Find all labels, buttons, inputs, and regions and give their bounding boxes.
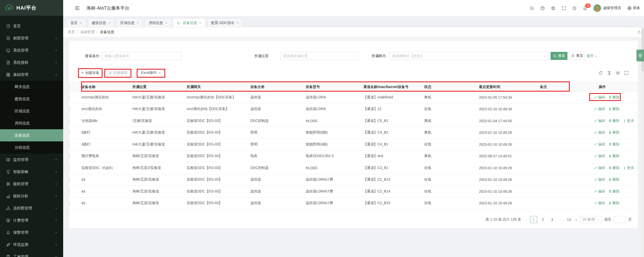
edit-button[interactable]: 编辑 xyxy=(594,189,605,194)
edit-button[interactable]: 编辑 xyxy=(594,166,605,170)
sidebar-item-7[interactable]: 能耗管理 xyxy=(0,178,63,190)
edit-button[interactable]: 编辑 xyxy=(594,142,605,147)
row-checkbox[interactable] xyxy=(69,119,70,123)
tab-active[interactable]: 设备信息× xyxy=(173,18,205,27)
sidebar-item-13[interactable]: 工单管理 xyxy=(0,251,63,257)
sidebar-subitem[interactable]: 网关信息 xyxy=(0,81,63,93)
row-checkbox[interactable] xyxy=(69,189,70,194)
fullscreen-icon[interactable] xyxy=(562,6,566,10)
delete-button[interactable]: 删除 xyxy=(608,119,619,123)
page-number[interactable]: 13 xyxy=(565,216,573,223)
menu-fold-icon[interactable] xyxy=(75,6,80,11)
sidebar-subitem[interactable]: 建筑信息 xyxy=(0,93,63,105)
search-icon[interactable] xyxy=(530,6,534,10)
more-button[interactable]: ⋮更多 xyxy=(623,166,634,170)
page-number[interactable]: 3 xyxy=(549,216,556,223)
tab[interactable]: 首页× xyxy=(66,18,86,27)
close-icon[interactable]: × xyxy=(108,21,110,25)
delete-button[interactable]: 删除 xyxy=(608,154,619,158)
sidebar-item-9[interactable]: 流程图管理 xyxy=(0,202,63,214)
sidebar-item-3[interactable]: 系统授权 xyxy=(0,56,63,69)
reset-button[interactable]: 重置 xyxy=(569,52,585,60)
sidebar-item-8[interactable]: 能耗分析 xyxy=(0,190,63,202)
row-checkbox[interactable] xyxy=(69,201,70,205)
page-size-select[interactable]: 10 条/页 xyxy=(580,216,602,223)
sidebar-item-5[interactable]: 监控管理 xyxy=(0,154,63,166)
row-density-icon[interactable] xyxy=(607,71,611,75)
sidebar-subitem-active[interactable]: 设备信息 xyxy=(0,129,63,141)
sidebar-item-10[interactable]: 计费管理 xyxy=(0,214,63,226)
sidebar-item-2[interactable]: 系统管理 xyxy=(0,44,63,56)
search-button[interactable]: 搜索 xyxy=(551,52,567,60)
fullscreen-icon[interactable] xyxy=(624,71,629,75)
sidebar-item-6[interactable]: 智能策略 xyxy=(0,166,63,178)
gateway-select[interactable]: 请选择网关【类型】 xyxy=(389,52,549,60)
row-checkbox[interactable] xyxy=(69,130,70,135)
create-device-button[interactable]: + 创建设备 xyxy=(80,69,101,77)
time-box-icon[interactable] xyxy=(572,6,577,10)
close-icon[interactable]: × xyxy=(80,21,82,25)
page-number-current[interactable]: 1 xyxy=(530,216,537,223)
row-checkbox[interactable] xyxy=(69,95,70,100)
search-input[interactable] xyxy=(102,52,181,60)
pagination-ellipsis[interactable]: ··· xyxy=(558,218,563,222)
tab[interactable]: 房间信息× xyxy=(145,18,172,27)
location-select[interactable]: 请选择所属位置 xyxy=(280,52,359,60)
edit-button[interactable]: 编辑 xyxy=(594,107,605,111)
row-checkbox[interactable] xyxy=(69,154,70,158)
select-all-checkbox[interactable] xyxy=(69,85,70,89)
cube-icon[interactable] xyxy=(551,6,555,10)
breadcrumb-item[interactable]: 基础管理 xyxy=(80,30,94,34)
edit-button[interactable]: 编辑 xyxy=(594,130,605,135)
jump-page-input[interactable] xyxy=(614,216,626,223)
sidebar-item-12[interactable]: 环境监测 xyxy=(0,239,63,251)
sidebar-subitem[interactable]: 分组信息 xyxy=(0,141,63,154)
expand-link[interactable]: 展开 xyxy=(587,52,597,60)
gear-icon[interactable] xyxy=(616,71,620,75)
lock-icon[interactable] xyxy=(637,30,641,34)
delete-button[interactable]: 删除 xyxy=(608,189,619,194)
delete-button[interactable]: 删除 xyxy=(608,130,619,135)
theme-settings-button[interactable] xyxy=(636,50,644,61)
row-checkbox[interactable] xyxy=(69,142,70,147)
edit-button[interactable]: 编辑 xyxy=(594,177,605,182)
close-icon[interactable]: × xyxy=(199,21,201,25)
close-icon[interactable]: × xyxy=(137,21,139,25)
more-button[interactable]: ⋮更多 xyxy=(623,119,634,123)
row-checkbox[interactable] xyxy=(69,177,70,182)
edit-button[interactable]: 编辑 xyxy=(594,95,605,100)
edit-button[interactable]: 编辑 xyxy=(594,201,605,205)
close-icon[interactable]: × xyxy=(236,21,238,25)
sidebar-subitem[interactable]: 房间信息 xyxy=(0,117,63,129)
sidebar-item-1[interactable]: 权限管理 xyxy=(0,32,63,44)
breadcrumb-item[interactable]: 首页 xyxy=(68,30,75,34)
tab[interactable]: 建筑信息× xyxy=(88,18,115,27)
delete-button[interactable]: 删除 xyxy=(608,177,619,182)
sidebar-subitem[interactable]: 区域信息 xyxy=(0,105,63,117)
sidebar-item-0[interactable]: 首页 xyxy=(0,20,63,32)
delete-button[interactable]: 删除 xyxy=(608,166,619,170)
sidebar-item-4[interactable]: 基础管理 xyxy=(0,69,63,81)
page-number[interactable]: 2 xyxy=(539,216,546,223)
notifications-bell[interactable]: 32 xyxy=(583,6,587,10)
row-checkbox[interactable] xyxy=(69,166,70,170)
excel-menu-button[interactable]: Excel操作 xyxy=(138,69,164,77)
tab[interactable]: 配置-DDC指令× xyxy=(207,18,243,27)
help-icon[interactable] xyxy=(540,6,545,10)
sidebar-item-11[interactable]: 报警管理 xyxy=(0,226,63,239)
delete-button[interactable]: 删除 xyxy=(608,95,619,100)
delete-button[interactable]: 删除 xyxy=(608,201,619,205)
user-menu[interactable]: 超级管理员 xyxy=(593,4,621,12)
close-icon[interactable]: × xyxy=(165,21,167,25)
batch-delete-button[interactable]: 批量删除 xyxy=(106,69,130,77)
prev-page-button[interactable]: ‹ xyxy=(525,218,528,222)
delete-button[interactable]: 删除 xyxy=(608,142,619,147)
tab[interactable]: 区域信息× xyxy=(116,18,143,27)
next-page-button[interactable]: › xyxy=(575,218,578,222)
language-switcher[interactable]: 简体 xyxy=(627,6,640,10)
refresh-icon[interactable] xyxy=(599,71,603,75)
edit-button[interactable]: 编辑 xyxy=(594,154,605,158)
edit-button[interactable]: 编辑 xyxy=(594,119,605,123)
delete-button[interactable]: 删除 xyxy=(608,107,619,111)
row-checkbox[interactable] xyxy=(69,107,70,111)
